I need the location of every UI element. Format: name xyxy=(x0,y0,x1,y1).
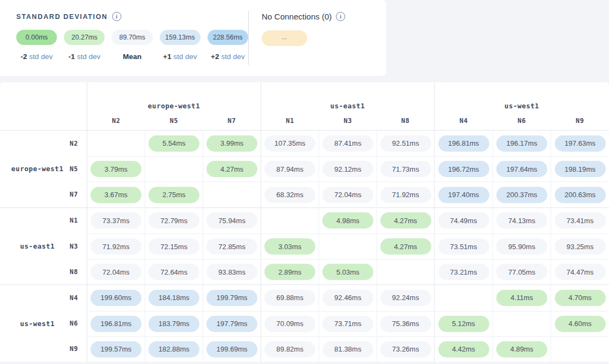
stddev-pill-plus1: 159.13ms xyxy=(160,30,200,45)
latency-value-pill[interactable]: 75.94ms xyxy=(206,212,257,229)
latency-cell: 92.12ms xyxy=(319,156,377,181)
latency-value-pill[interactable]: 197.63ms xyxy=(555,135,606,152)
latency-value-pill[interactable]: 184.18ms xyxy=(148,290,199,306)
latency-value-pill[interactable]: 74.47ms xyxy=(555,264,606,280)
info-icon[interactable]: i xyxy=(336,12,345,21)
latency-cell: 71.73ms xyxy=(377,156,434,181)
latency-value-pill[interactable]: 200.37ms xyxy=(496,187,547,203)
latency-value-pill[interactable]: 198.19ms xyxy=(555,161,606,177)
latency-value-pill[interactable]: 196.17ms xyxy=(496,135,547,152)
latency-value-pill[interactable]: 4.89ms xyxy=(496,341,547,358)
latency-value-pill[interactable]: 92.24ms xyxy=(380,290,431,306)
stddev-pill-minus2: 0.00ms xyxy=(16,30,57,45)
latency-value-pill[interactable]: 3.03ms xyxy=(264,238,315,255)
stddev-label-mean: Mean xyxy=(112,53,152,61)
latency-value-pill[interactable]: 72.85ms xyxy=(206,238,257,255)
latency-cell: 87.94ms xyxy=(261,156,319,181)
latency-value-pill[interactable]: 5.03ms xyxy=(322,264,373,280)
latency-value-pill[interactable]: 93.83ms xyxy=(206,264,257,280)
latency-value-pill[interactable]: 107.35ms xyxy=(264,135,315,152)
latency-value-pill[interactable]: 71.92ms xyxy=(90,238,141,255)
row-group-europe-west1: europe-west1N25.54ms3.99ms107.35ms87.41m… xyxy=(0,130,609,207)
latency-cell: 74.49ms xyxy=(434,208,493,233)
stddev-pill-minus1: 20.27ms xyxy=(64,30,105,45)
latency-value-pill[interactable]: 4.27ms xyxy=(380,238,431,255)
latency-value-pill[interactable]: 74.13ms xyxy=(496,212,547,229)
latency-value-pill[interactable]: 73.71ms xyxy=(322,316,373,332)
latency-cell: 73.51ms xyxy=(434,233,493,259)
latency-value-pill[interactable]: 5.12ms xyxy=(438,316,489,332)
latency-value-pill[interactable]: 72.04ms xyxy=(90,264,141,280)
latency-value-pill[interactable]: 197.64ms xyxy=(496,161,547,177)
latency-value-pill[interactable]: 2.89ms xyxy=(264,264,315,280)
latency-value-pill[interactable]: 92.12ms xyxy=(322,161,373,177)
latency-value-pill[interactable]: 4.27ms xyxy=(380,212,431,229)
latency-value-pill[interactable]: 199.57ms xyxy=(90,341,141,358)
latency-value-pill[interactable]: 4.42ms xyxy=(438,341,489,358)
latency-value-pill[interactable]: 73.21ms xyxy=(438,264,489,280)
latency-value-pill[interactable]: 3.79ms xyxy=(90,161,141,177)
latency-value-pill[interactable]: 196.72ms xyxy=(438,161,489,177)
latency-value-pill[interactable]: 77.05ms xyxy=(496,264,547,280)
latency-value-pill[interactable]: 72.15ms xyxy=(148,238,199,255)
latency-cell: 71.92ms xyxy=(87,233,145,259)
latency-value-pill[interactable]: 73.41ms xyxy=(555,212,606,229)
latency-value-pill[interactable]: 199.69ms xyxy=(206,341,257,358)
column-header-N2: N2 xyxy=(87,117,145,125)
latency-value-pill[interactable]: 200.63ms xyxy=(555,187,606,203)
latency-value-pill[interactable]: 89.82ms xyxy=(264,341,315,358)
row-header-N3: N3 xyxy=(0,233,87,259)
no-connections-pill: -- xyxy=(262,30,307,46)
latency-value-pill[interactable]: 196.81ms xyxy=(90,316,141,332)
latency-value-pill[interactable]: 92.51ms xyxy=(380,135,431,152)
latency-value-pill[interactable]: 87.94ms xyxy=(264,161,315,177)
latency-value-pill[interactable]: 73.37ms xyxy=(90,212,141,229)
latency-value-pill[interactable]: 72.04ms xyxy=(322,187,373,203)
latency-value-pill[interactable]: 73.51ms xyxy=(438,238,489,255)
latency-value-pill[interactable]: 199.60ms xyxy=(90,290,141,306)
latency-value-pill[interactable]: 197.40ms xyxy=(438,187,489,203)
latency-value-pill[interactable]: 71.73ms xyxy=(380,161,431,177)
latency-value-pill[interactable]: 74.49ms xyxy=(438,212,489,229)
latency-value-pill[interactable]: 73.26ms xyxy=(380,341,431,358)
row-header-N7: N7 xyxy=(0,181,87,207)
latency-value-pill[interactable]: 182.88ms xyxy=(148,341,199,358)
no-connections-section: No Connections (0) i -- xyxy=(249,0,345,76)
latency-cell: 196.17ms xyxy=(493,131,550,156)
latency-cell: 74.13ms xyxy=(493,208,550,233)
latency-value-pill[interactable]: 87.41ms xyxy=(322,135,373,152)
latency-cell: 73.71ms xyxy=(319,311,377,336)
latency-value-pill[interactable]: 81.38ms xyxy=(322,341,373,358)
latency-value-pill[interactable]: 3.99ms xyxy=(206,135,257,152)
latency-value-pill[interactable]: 70.09ms xyxy=(264,316,315,332)
latency-value-pill[interactable]: 199.79ms xyxy=(206,290,257,306)
latency-value-pill[interactable]: 72.79ms xyxy=(148,212,199,229)
latency-value-pill[interactable]: 183.79ms xyxy=(148,316,199,332)
latency-value-pill[interactable]: 197.79ms xyxy=(206,316,257,332)
latency-cell: 93.25ms xyxy=(550,233,609,259)
latency-value-pill[interactable]: 93.25ms xyxy=(555,238,606,255)
latency-value-pill[interactable]: 71.92ms xyxy=(380,187,431,203)
latency-value-pill[interactable]: 75.36ms xyxy=(380,316,431,332)
latency-cell: 197.79ms xyxy=(203,311,261,336)
latency-value-pill[interactable]: 95.90ms xyxy=(496,238,547,255)
latency-value-pill[interactable]: 68.32ms xyxy=(264,187,315,203)
latency-cell: 74.47ms xyxy=(550,259,609,284)
latency-value-pill[interactable]: 69.88ms xyxy=(264,290,315,306)
latency-value-pill[interactable]: 2.75ms xyxy=(148,187,199,203)
latency-value-pill[interactable]: 5.54ms xyxy=(148,135,199,152)
latency-value-pill[interactable]: 72.64ms xyxy=(148,264,199,280)
info-icon[interactable]: i xyxy=(112,12,121,21)
column-header-N7: N7 xyxy=(203,117,261,125)
latency-cell: 70.09ms xyxy=(261,311,319,336)
latency-value-pill[interactable]: 196.81ms xyxy=(438,135,489,152)
latency-value-pill[interactable]: 4.98ms xyxy=(322,212,373,229)
latency-value-pill[interactable]: 4.11ms xyxy=(496,290,547,306)
latency-value-pill[interactable]: 4.27ms xyxy=(206,161,257,177)
latency-value-pill[interactable]: 4.60ms xyxy=(555,316,606,332)
latency-value-pill[interactable]: 92.46ms xyxy=(322,290,373,306)
latency-cell: 73.26ms xyxy=(377,336,434,362)
latency-value-pill[interactable]: 4.70ms xyxy=(555,290,606,306)
latency-value-pill[interactable]: 3.67ms xyxy=(90,187,141,203)
stddev-label-row: -2 std dev -1 std dev Mean +1 std dev +2… xyxy=(16,53,248,61)
